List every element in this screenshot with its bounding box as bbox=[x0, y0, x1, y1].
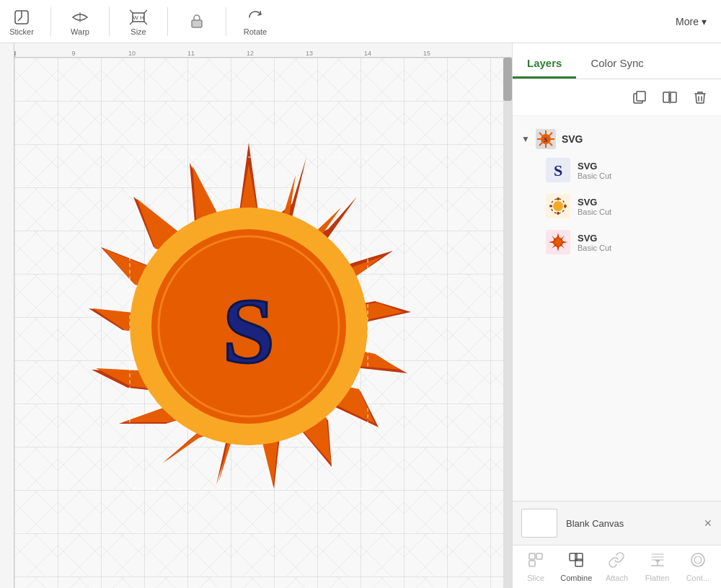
slice-icon bbox=[527, 551, 544, 572]
svg-rect-67 bbox=[564, 205, 567, 208]
flatten-label: Flatten bbox=[645, 574, 670, 582]
right-panel: Layers Color Sync bbox=[512, 43, 721, 588]
contour-tool[interactable]: Cont... bbox=[681, 551, 714, 582]
rotate-tool[interactable]: Rotate bbox=[241, 7, 270, 36]
sticker-icon bbox=[12, 7, 32, 27]
main-toolbar: Sticker Warp W H Size bbox=[0, 0, 721, 43]
layer-group-header[interactable]: ▼ bbox=[521, 126, 712, 152]
attach-tool[interactable]: Attach bbox=[601, 551, 633, 582]
layer-item-subtitle: Basic Cut bbox=[578, 172, 709, 180]
svg-rect-4 bbox=[192, 20, 202, 27]
layer-item-subtitle: Basic Cut bbox=[578, 208, 709, 216]
layer-item-info: SVG Basic Cut bbox=[578, 197, 709, 216]
ruler-tick: 9 bbox=[71, 50, 75, 57]
svg-text:S: S bbox=[223, 279, 275, 383]
svg-rect-64 bbox=[557, 197, 559, 200]
svg-rect-49 bbox=[671, 92, 676, 102]
attach-icon bbox=[608, 551, 625, 572]
group-thumbnail: S bbox=[536, 129, 556, 149]
svg-line-59 bbox=[539, 143, 542, 146]
vertical-scrollbar[interactable] bbox=[503, 58, 512, 588]
warp-label: Warp bbox=[71, 27, 89, 36]
separator-1 bbox=[50, 7, 51, 36]
duplicate-button[interactable] bbox=[627, 85, 652, 110]
svg-point-62 bbox=[553, 201, 563, 211]
attach-label: Attach bbox=[606, 574, 628, 582]
mirror-button[interactable] bbox=[658, 85, 682, 110]
blank-canvas-close-icon[interactable]: ✕ bbox=[704, 517, 712, 529]
combine-label: Combine bbox=[560, 574, 592, 582]
flatten-icon bbox=[649, 551, 666, 572]
size-tool[interactable]: W H Size bbox=[124, 7, 153, 36]
layer-item-info: SVG Basic Cut bbox=[578, 161, 709, 180]
layer-item[interactable]: SVG Basic Cut bbox=[543, 188, 712, 224]
warp-tool[interactable]: Warp bbox=[66, 7, 94, 36]
ruler-horizontal: 8 9 10 11 12 13 14 15 bbox=[14, 43, 512, 58]
tab-color-sync[interactable]: Color Sync bbox=[576, 50, 658, 79]
flatten-tool[interactable]: Flatten bbox=[641, 551, 673, 582]
more-arrow: ▾ bbox=[702, 16, 707, 27]
ruler-tick: 12 bbox=[247, 50, 254, 57]
layer-item-title: SVG bbox=[578, 197, 709, 208]
ruler-tick: 13 bbox=[306, 50, 313, 57]
lock-icon bbox=[187, 12, 207, 32]
svg-rect-48 bbox=[663, 92, 669, 102]
rotate-icon bbox=[245, 7, 265, 27]
tab-layers[interactable]: Layers bbox=[513, 50, 576, 79]
layer-item-thumbnail: S bbox=[546, 158, 570, 182]
layer-group-svg: ▼ bbox=[513, 122, 721, 264]
layer-items-container: S SVG Basic Cut bbox=[521, 152, 712, 260]
delete-button[interactable] bbox=[688, 85, 712, 110]
layer-item-thumbnail bbox=[546, 230, 570, 254]
main-area: 8 9 10 11 12 13 14 15 bbox=[0, 43, 721, 588]
layer-item-subtitle: Basic Cut bbox=[578, 244, 709, 252]
layer-item[interactable]: SVG Basic Cut bbox=[543, 224, 712, 260]
layer-item-thumbnail bbox=[546, 194, 570, 218]
lock-tool[interactable] bbox=[182, 12, 211, 32]
layer-item-title: SVG bbox=[578, 161, 709, 172]
ruler-tick: 10 bbox=[128, 50, 136, 57]
group-name: SVG bbox=[562, 133, 583, 145]
ruler-tick: 14 bbox=[364, 50, 371, 57]
svg-rect-78 bbox=[536, 553, 542, 559]
svg-rect-77 bbox=[529, 553, 535, 559]
ruler-vertical bbox=[0, 43, 14, 588]
svg-rect-66 bbox=[549, 205, 552, 208]
svg-line-57 bbox=[549, 143, 552, 146]
ruler-tick: 15 bbox=[423, 50, 430, 57]
svg-text:S: S bbox=[554, 161, 562, 179]
more-button[interactable]: More ▾ bbox=[668, 12, 714, 32]
canvas-area[interactable]: 8 9 10 11 12 13 14 15 bbox=[0, 43, 512, 588]
combine-icon bbox=[567, 551, 585, 572]
rotate-label: Rotate bbox=[244, 27, 267, 36]
sticker-label: Sticker bbox=[9, 27, 34, 36]
layer-item-title: SVG bbox=[578, 233, 709, 244]
more-label: More bbox=[676, 16, 699, 27]
sticker-tool[interactable]: Sticker bbox=[7, 7, 36, 36]
contour-label: Cont... bbox=[686, 574, 709, 582]
slice-tool[interactable]: Slice bbox=[520, 551, 552, 582]
scrollbar-thumb[interactable] bbox=[503, 58, 512, 101]
separator-4 bbox=[226, 7, 226, 36]
blank-canvas-thumbnail bbox=[521, 509, 557, 538]
separator-3 bbox=[167, 7, 168, 36]
svg-line-58 bbox=[549, 133, 552, 135]
panel-bottom-toolbar: Slice Combine bbox=[513, 545, 721, 588]
svg-line-56 bbox=[539, 133, 542, 135]
size-label: Size bbox=[131, 27, 146, 36]
separator-2 bbox=[109, 7, 110, 36]
layer-item[interactable]: S SVG Basic Cut bbox=[543, 152, 712, 188]
svg-rect-65 bbox=[557, 212, 559, 215]
svg-rect-47 bbox=[637, 92, 645, 101]
combine-tool[interactable]: Combine bbox=[560, 551, 593, 582]
warp-icon bbox=[70, 7, 90, 27]
svg-text:S: S bbox=[544, 137, 548, 143]
chevron-down-icon: ▼ bbox=[521, 134, 530, 144]
panel-icon-toolbar bbox=[513, 79, 721, 116]
layer-item-info: SVG Basic Cut bbox=[578, 233, 709, 252]
sun-artwork[interactable]: S bbox=[76, 135, 422, 510]
blank-canvas-label: Blank Canvas bbox=[566, 518, 624, 529]
size-icon: W H bbox=[128, 7, 149, 27]
layers-list[interactable]: ▼ bbox=[513, 116, 721, 501]
canvas-grid[interactable]: S bbox=[14, 58, 503, 588]
